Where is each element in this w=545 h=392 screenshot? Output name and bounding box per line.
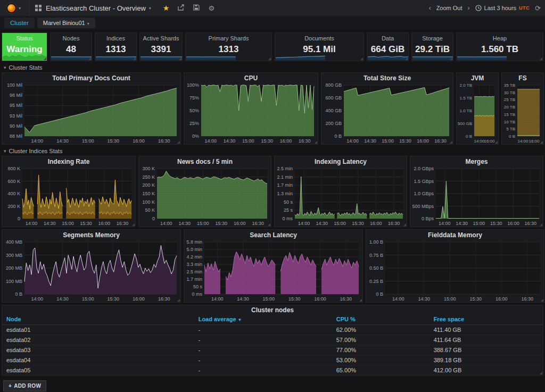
chart-panel-fs[interactable]: FS0 B5 TB10 TB15 TB20 TB25 TB30 TB35 TB1… — [501, 72, 544, 145]
chart-title[interactable]: News docs / 5 min — [139, 156, 271, 165]
chart-plot: 0 ms25 s50 s1.3 min1.7 min2.1 min2.5 min… — [275, 165, 407, 227]
stat-panel-active-shards[interactable]: Active Shards3391 — [139, 32, 183, 61]
stat-panel-storage[interactable]: Storage29.2 TiB — [411, 32, 453, 61]
chart-title[interactable]: Merges — [410, 156, 543, 165]
stat-panel-heap[interactable]: Heap1.560 TB — [456, 32, 543, 61]
column-header-node[interactable]: Node — [2, 314, 194, 325]
svg-text:600 K: 600 K — [7, 179, 20, 184]
chart-panel-segmem[interactable]: Segments Memory0 B100 MB200 MB300 MB400 … — [2, 229, 181, 303]
chart-title[interactable]: Indexing Latency — [275, 156, 407, 165]
chart-title[interactable]: FS — [502, 73, 543, 82]
svg-text:1.3 min: 1.3 min — [277, 191, 293, 196]
table-row[interactable]: esdata02-57.00%411.64 GB — [2, 335, 543, 345]
chart-panel-jvm[interactable]: JVM0 B500 GB1.0 TB1.5 TB2.0 TB14:0016:00 — [456, 72, 499, 145]
table-row[interactable]: esdata05-65.00%412.00 GB — [2, 365, 543, 376]
svg-text:16:30: 16:30 — [252, 221, 264, 226]
column-header-load-average[interactable]: Load average▼ — [194, 314, 332, 325]
chart-panel-searchlat[interactable]: Search Latency0 ms50 s1.7 min2.5 min3.3 … — [184, 229, 363, 303]
row-header-cluster-indices-stats[interactable]: ▾ Cluster Indices Stats — [4, 147, 543, 155]
dashboard-title[interactable]: Elasticsearch Cluster - Overview — [46, 4, 146, 12]
svg-text:15:00: 15:00 — [242, 138, 254, 144]
stat-label: Primary Shards — [186, 33, 271, 41]
stat-panel-nodes[interactable]: Nodes48 — [50, 32, 92, 61]
column-header-cpu-[interactable]: CPU % — [332, 314, 430, 325]
chart-title[interactable]: Fielddata Memory — [366, 230, 544, 239]
table-header-row: NodeLoad average▼CPU %Free space — [2, 314, 543, 325]
svg-text:100 MB: 100 MB — [6, 279, 22, 284]
utc-badge: UTC — [519, 5, 530, 11]
svg-text:0 B: 0 B — [15, 291, 22, 297]
svg-text:14:30: 14:30 — [316, 221, 328, 226]
table-row[interactable]: esdata04-53.00%389.18 GB — [2, 355, 543, 365]
cell-free: 411.07 GB — [430, 376, 543, 376]
svg-text:2.0 TB: 2.0 TB — [460, 83, 472, 88]
svg-text:0 B: 0 B — [334, 134, 342, 139]
time-forward-icon[interactable]: › — [468, 4, 470, 12]
node-selector-dropdown[interactable]: Marvel Biniou01▾ — [37, 18, 95, 28]
svg-text:14:30: 14:30 — [224, 138, 236, 144]
chart-title[interactable]: JVM — [457, 73, 498, 82]
chart-plot: 0 ms50 s1.7 min2.5 min3.3 min4.2 min5.0 … — [184, 239, 362, 302]
chart-panel-store[interactable]: Total Store Size0 B200 GB400 GB600 GB800… — [321, 72, 453, 145]
stat-panel-documents[interactable]: Documents95.1 Mil — [275, 32, 364, 61]
svg-text:93 Mil: 93 Mil — [10, 113, 22, 119]
cell-node: esdata04 — [2, 355, 194, 365]
svg-text:25 TB: 25 TB — [504, 97, 515, 102]
svg-text:15:30: 15:30 — [399, 138, 411, 144]
chart-title[interactable]: Total Primary Docs Count — [2, 73, 180, 82]
share-icon[interactable] — [178, 4, 185, 12]
svg-text:15:00: 15:00 — [82, 296, 94, 302]
column-header-free-space[interactable]: Free space — [430, 314, 543, 325]
chart-panel-fielddata[interactable]: Fielddata Memory0 B0.25 B0.50 B0.75 B1.0… — [366, 229, 544, 303]
svg-text:16:30: 16:30 — [158, 296, 170, 302]
chart-title[interactable]: CPU — [184, 73, 318, 82]
time-back-icon[interactable]: ‹ — [429, 4, 431, 12]
chart-title[interactable]: Segments Memory — [2, 230, 180, 239]
chart-plot: 0 B100 MB200 MB300 MB400 MB14:0014:3015:… — [2, 239, 180, 302]
svg-text:5.8 min: 5.8 min — [186, 239, 202, 245]
svg-text:50 s: 50 s — [284, 199, 293, 205]
stat-panel-indices[interactable]: Indices1313 — [95, 32, 137, 61]
svg-text:0 B: 0 B — [466, 134, 472, 139]
chart-panel-idxlat[interactable]: Indexing Latency0 ms25 s50 s1.3 min1.7 m… — [274, 156, 407, 227]
svg-text:1.7 min: 1.7 min — [186, 277, 202, 282]
chevron-down-icon: ▾ — [19, 6, 21, 11]
stat-label: Indices — [95, 33, 136, 41]
chart-panel-merges[interactable]: Merges0 Bps500 MBps1.0 GBps1.5 GBps2.0 G… — [410, 156, 543, 227]
chart-title[interactable]: Indexing Rate — [2, 156, 135, 165]
stat-panel-data[interactable]: Data664 GiB — [367, 32, 409, 61]
dashboard-grid-icon — [35, 5, 42, 11]
stat-panel-status[interactable]: StatusWarning — [2, 32, 47, 61]
svg-text:15:30: 15:30 — [261, 138, 273, 144]
svg-text:15:30: 15:30 — [108, 296, 120, 302]
grafana-menu[interactable]: ▾ — [4, 3, 24, 13]
gear-icon[interactable]: ⚙ — [208, 5, 214, 12]
grafana-logo-icon — [6, 3, 16, 13]
svg-text:15:30: 15:30 — [80, 221, 92, 226]
svg-text:16:30: 16:30 — [340, 296, 352, 302]
cell-free: 411.64 GB — [430, 335, 543, 345]
table-row[interactable]: esdata03-77.00%388.67 GB — [2, 345, 543, 355]
add-row-button[interactable]: + ADD ROW — [3, 380, 46, 391]
chart-panel-rate[interactable]: Indexing Rate0200 K400 K600 K800 K14:001… — [2, 156, 136, 227]
chart-panel-cpu[interactable]: CPU0%25%50%75%100%14:0014:3015:0015:3016… — [184, 72, 318, 145]
tab-cluster[interactable]: Cluster — [4, 18, 35, 28]
chart-title[interactable]: Search Latency — [184, 230, 362, 239]
zoom-out-button[interactable]: Zoom Out — [436, 5, 463, 11]
chevron-down-icon[interactable]: ▾ — [149, 6, 151, 11]
svg-text:15:30: 15:30 — [469, 296, 482, 302]
row-header-cluster-stats[interactable]: ▾ Cluster Stats — [4, 63, 543, 71]
table-title[interactable]: Cluster nodes — [2, 305, 543, 314]
chart-plot: 0 B0.25 B0.50 B0.75 B1.00 B14:0014:3015:… — [366, 239, 544, 302]
refresh-icon[interactable]: ⟳ — [535, 4, 541, 12]
table-row[interactable]: esdata06-61.00%411.07 GB — [2, 376, 543, 376]
star-icon[interactable]: ★ — [163, 4, 170, 12]
chart-panel-docs[interactable]: Total Primary Docs Count88 Mil90 Mil93 M… — [2, 72, 181, 145]
stat-panel-primary-shards[interactable]: Primary Shards1313 — [185, 32, 272, 61]
svg-text:14:00: 14:00 — [517, 139, 529, 144]
save-icon[interactable] — [193, 4, 200, 12]
chart-panel-newsdocs[interactable]: News docs / 5 min050 K100 K150 K200 K250… — [138, 156, 271, 227]
table-row[interactable]: esdata01-62.00%411.40 GB — [2, 325, 543, 335]
chart-title[interactable]: Total Store Size — [321, 73, 453, 82]
time-picker[interactable]: Last 3 hours UTC — [475, 5, 530, 11]
